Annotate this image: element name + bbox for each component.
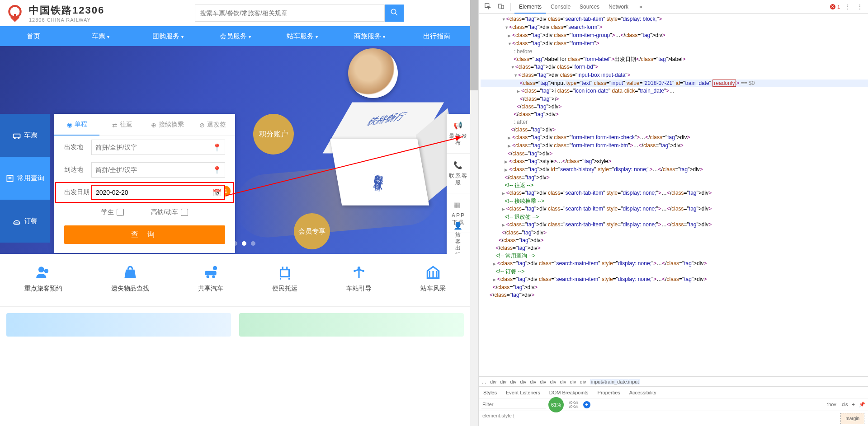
tree-line[interactable]: </class="tag">div>	[481, 103, 868, 111]
styles-tab-2[interactable]: DOM Breakpoints	[545, 390, 593, 395]
devtools-tab-sources[interactable]: Sources	[575, 0, 604, 14]
breadcrumb-node[interactable]: div	[490, 379, 496, 384]
tree-line[interactable]: ▼<class="tag">div class="input-box input…	[481, 71, 868, 80]
breadcrumb-node[interactable]: div	[500, 379, 506, 384]
device-toggle-icon[interactable]	[495, 3, 507, 11]
cls-toggle[interactable]: .cls	[840, 402, 848, 407]
tree-line[interactable]: ▼<class="tag">div class="search-form">	[481, 23, 868, 32]
service-link-3[interactable]: 便民托运	[272, 264, 297, 293]
tree-line[interactable]: </class="tag">div>	[481, 126, 868, 134]
devtools-tab-network[interactable]: Network	[604, 0, 633, 14]
styles-tab-1[interactable]: Event Listeners	[501, 390, 545, 395]
trip-type-tab-2[interactable]: ⊕接续换乘	[145, 114, 190, 136]
breadcrumb-node[interactable]: div	[560, 379, 566, 384]
tree-line[interactable]: </class="tag">div>	[481, 150, 868, 158]
devtools-tab-console[interactable]: Console	[546, 0, 575, 14]
student-checkbox[interactable]	[117, 209, 124, 216]
trip-type-tab-0[interactable]: ◉单程	[54, 114, 99, 136]
tree-line[interactable]: ::before	[481, 48, 868, 56]
to-station-input[interactable]	[91, 162, 225, 178]
breadcrumb-node[interactable]: div	[550, 379, 556, 384]
devtools-settings-icon[interactable]: ⋮	[842, 4, 853, 10]
devtools-more-tabs[interactable]: »	[635, 0, 647, 14]
devtools-menu-icon[interactable]: ⋮	[854, 4, 865, 10]
add-style-button[interactable]: +	[583, 401, 590, 408]
side-tab-0[interactable]: 车票	[0, 114, 50, 157]
styles-pin-icon[interactable]: 📌	[859, 402, 865, 407]
tree-line[interactable]: ▶<class="tag">div class="search-tab-item…	[481, 189, 868, 197]
site-logo[interactable]: 中国铁路12306 12306 CHINA RAILWAY	[5, 4, 104, 23]
tree-line[interactable]: ▶<class="tag">div class="form-item-group…	[481, 32, 868, 40]
styles-filter-input[interactable]	[481, 401, 546, 408]
tree-line[interactable]: <!-- 退改签 -->	[481, 213, 868, 221]
elements-breadcrumb[interactable]: … div div div div div div div div div di…	[479, 376, 868, 386]
tree-line[interactable]: ▶<class="tag">div class="search-main-ite…	[481, 276, 868, 284]
breadcrumb-node[interactable]: input#train_date.input	[590, 379, 641, 384]
breadcrumb-node[interactable]: div	[530, 379, 536, 384]
tree-line[interactable]: ▶<class="tag">style>…</class="tag">style…	[481, 158, 868, 166]
tree-line[interactable]: </class="tag">div>	[481, 174, 868, 182]
right-widget-3[interactable]: 👤旅客出行温馨提示	[447, 233, 470, 254]
tree-line[interactable]: ▼<class="tag">div class="form-bd">	[481, 63, 868, 71]
nav-item-1[interactable]: 车票▾	[67, 32, 135, 41]
nav-item-0[interactable]: 首页	[0, 32, 67, 41]
new-rule-icon[interactable]: +	[852, 402, 855, 407]
tree-line[interactable]: <class="tag">label for class="form-label…	[481, 56, 868, 63]
breadcrumb-node[interactable]: div	[510, 379, 516, 384]
devtools-tab-elements[interactable]: Elements	[514, 0, 546, 14]
nav-item-4[interactable]: 站车服务▾	[269, 32, 336, 41]
student-checkbox-label[interactable]: 学生	[101, 208, 124, 216]
elements-tree[interactable]: ▼<class="tag">div class="search-tab-item…	[479, 14, 868, 376]
query-button[interactable]: 查 询	[64, 225, 225, 244]
inspect-element-icon[interactable]	[481, 3, 493, 11]
breadcrumb-node[interactable]: div	[540, 379, 546, 384]
page-scrollbar[interactable]	[470, 0, 478, 426]
hov-toggle[interactable]: :hov	[827, 402, 836, 407]
service-link-4[interactable]: 车站引导	[346, 264, 372, 293]
tree-line[interactable]: ::after	[481, 118, 868, 126]
promo-banner-b[interactable]	[239, 313, 464, 337]
tree-line[interactable]: ▶<class="tag">div class="form-item form-…	[481, 134, 868, 142]
service-link-1[interactable]: 遗失物品查找	[111, 264, 149, 293]
tree-line[interactable]: ▶<class="tag">div class="search-tab-item…	[481, 205, 868, 213]
tree-line[interactable]: <!-- 往返 -->	[481, 182, 868, 189]
tree-line[interactable]: ▶<class="tag">div class="form-item form-…	[481, 142, 868, 150]
service-link-5[interactable]: 站车风采	[420, 264, 446, 293]
styles-tab-4[interactable]: Accessibility	[625, 390, 661, 395]
tree-line[interactable]: ▼<class="tag">div class="form-item">	[481, 40, 868, 48]
styles-tab-3[interactable]: Properties	[593, 390, 625, 395]
tree-line[interactable]: </class="tag">div>	[481, 244, 868, 252]
tree-line[interactable]: </class="tag">div>	[481, 111, 868, 118]
global-search-button[interactable]	[385, 5, 404, 22]
service-link-2[interactable]: 共享汽车	[198, 264, 223, 293]
nav-item-3[interactable]: 会员服务▾	[202, 32, 269, 41]
right-widget-1[interactable]: 📞联系客服	[447, 154, 470, 193]
nav-item-2[interactable]: 团购服务▾	[134, 32, 202, 41]
from-station-input[interactable]	[91, 140, 225, 155]
styles-tab-0[interactable]: Styles	[479, 390, 501, 395]
tree-line[interactable]: </class="tag">i>	[481, 95, 868, 103]
tree-line[interactable]: ▶<class="tag">div class="search-main-ite…	[481, 260, 868, 268]
train-date-input[interactable]	[91, 185, 225, 200]
tree-line[interactable]: <!-- 常用查询 -->	[481, 252, 868, 260]
tree-line[interactable]: ▶<class="tag">div id="search-history" st…	[481, 166, 868, 174]
breadcrumb-node[interactable]: div	[520, 379, 526, 384]
tree-line[interactable]: ▶<class="tag">div class="search-tab-item…	[481, 221, 868, 229]
trip-type-tab-3[interactable]: ⊘退改签	[190, 114, 235, 136]
tree-line[interactable]: <!-- 接续换乘 -->	[481, 197, 868, 205]
nav-item-5[interactable]: 商旅服务▾	[336, 32, 403, 41]
tree-line[interactable]: </class="tag">div>	[481, 291, 868, 299]
breadcrumb-node[interactable]: div	[570, 379, 576, 384]
tree-line[interactable]: </class="tag">div>	[481, 237, 868, 244]
devtools-error-badge[interactable]: ✕1	[830, 4, 840, 9]
promo-banner-a[interactable]	[6, 313, 231, 337]
nav-item-6[interactable]: 出行指南	[403, 32, 470, 41]
global-search-input[interactable]	[195, 5, 385, 22]
side-tab-2[interactable]: 订餐	[0, 200, 50, 243]
tree-line[interactable]: <!-- 订餐 -->	[481, 268, 868, 276]
right-widget-0[interactable]: 📢最新发布	[447, 114, 470, 154]
side-tab-1[interactable]: 常用查询	[0, 157, 50, 200]
tree-line[interactable]: ▼<class="tag">div class="search-tab-item…	[481, 15, 868, 23]
tree-line[interactable]: <class="tag">input type="text" class="in…	[481, 80, 868, 87]
tree-line[interactable]: </class="tag">div>	[481, 284, 868, 291]
